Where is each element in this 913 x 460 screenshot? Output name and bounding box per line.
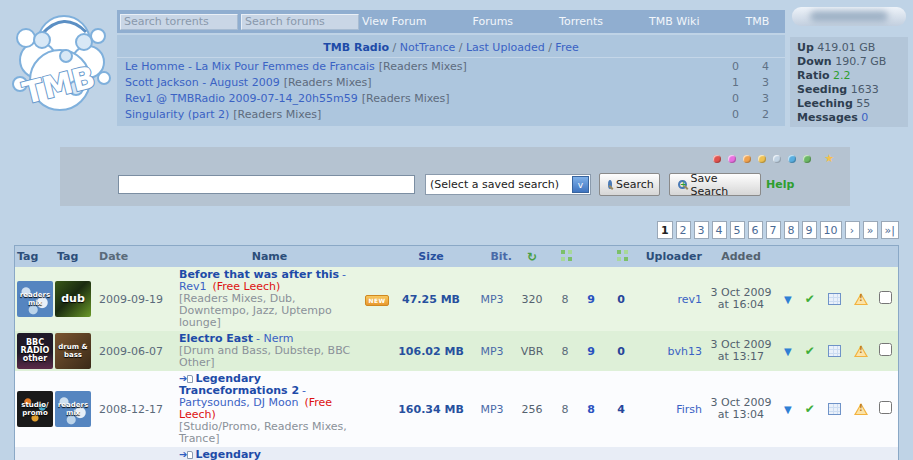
page-10[interactable]: 10 [820,221,842,239]
page-8[interactable]: 8 [784,221,799,239]
torrent-date: 2009-09-19 [95,293,175,306]
seeders-icon[interactable] [561,250,565,254]
page: TMB View Forum Forums Torrents TMB Wiki … [0,0,913,460]
torrent-size: 106.02 MB [390,345,472,358]
save-search-button[interactable]: Save Search [669,173,761,196]
page-1[interactable]: 1 [657,221,673,239]
direct-download-icon[interactable]: ➔ [179,449,193,460]
tag-image-bbc-radio-other[interactable]: BBC RADIO other [17,333,53,369]
nav-tmb[interactable]: TMB [745,15,769,28]
tag-image-readers-mix[interactable]: readers mix [17,281,53,317]
page-last[interactable]: »| [881,221,899,239]
radio-panel: TMB Radio / NotTrance / Last Uploaded / … [117,35,785,126]
nav-forums[interactable]: Forums [472,15,513,28]
breadcrumb-last-uploaded[interactable]: Last Uploaded [466,41,545,54]
row-checkbox[interactable] [879,401,892,414]
header-bitrate[interactable]: Bit. [472,250,512,263]
table-header: TagTag Date Name Size Bit. ↻ Uploader Ad… [15,246,898,267]
pagination: 1 2 3 4 5 6 7 8 9 10 › » »| [657,221,899,239]
table-row: readers mix dub 2009-09-19 Before that w… [15,267,898,331]
search-torrents-input[interactable] [120,14,238,30]
radio-track-count2: 3 [739,76,769,89]
leechers-icon[interactable] [617,250,621,254]
page-2[interactable]: 2 [676,221,691,239]
header-tag1[interactable]: Tag [17,250,55,263]
download-icon[interactable]: ▼ [784,294,792,305]
page-4[interactable]: 4 [712,221,727,239]
uploader-link[interactable]: bvh13 [668,345,702,358]
filter-dot-pale[interactable] [773,155,781,163]
header-tag2[interactable]: Tag [57,250,78,263]
download-icon[interactable]: ▼ [784,346,792,357]
radio-track-count2: 3 [739,92,769,105]
filter-dot-blue[interactable] [788,155,796,163]
search-forums-input[interactable] [241,14,359,30]
nav-tmb-wiki[interactable]: TMB Wiki [649,15,699,28]
radio-track-link[interactable]: Singularity (part 2) [125,108,229,121]
tag-image-studio-promo[interactable]: studio/ promo [17,391,53,427]
torrent-name-cell: Electro East- Nerm [Drum and Bass, Dubst… [175,331,364,371]
radio-track-row: Scott Jackson - August 2009 [Readers Mix… [117,74,785,90]
tag-image-readers-mix[interactable]: readers mix [55,391,91,427]
snatched-icon[interactable]: ↻ [527,250,537,264]
report-icon[interactable] [854,293,868,305]
filelist-icon[interactable] [828,293,841,305]
header-name[interactable]: Name [175,249,364,265]
filter-dot-pink[interactable] [728,155,736,163]
uploader-link[interactable]: Firsh [676,403,702,416]
uploader-link[interactable]: rev1 [677,293,702,306]
filelist-icon[interactable] [828,345,841,357]
download-icon[interactable]: ▼ [784,404,792,415]
report-icon[interactable] [854,403,868,415]
radio-track-category: [Readers Mixes] [284,76,372,89]
user-stats-panel: Up 419.01 GB Down 190.7 GB Ratio 2.2 See… [790,37,908,127]
search-keyword-input[interactable] [118,175,415,194]
site-logo[interactable]: TMB [4,0,118,130]
header-size[interactable]: Size [390,250,472,263]
page-9[interactable]: 9 [802,221,817,239]
breadcrumb-nottrance[interactable]: NotTrance [400,41,455,54]
stat-ratio: Ratio 2.2 [797,69,908,83]
torrent-seeders: 8 [578,403,604,416]
check-icon[interactable]: ✔ [805,344,815,358]
nav-torrents[interactable]: Torrents [559,15,603,28]
filter-dot-orange[interactable] [743,155,751,163]
header-uploader[interactable]: Uploader [638,250,702,263]
torrent-leechers: 0 [604,345,638,358]
page-next[interactable]: › [845,221,860,239]
filelist-icon[interactable] [828,403,841,415]
check-icon[interactable]: ✔ [805,402,815,416]
saved-search-select[interactable]: (Select a saved search) v [425,174,591,195]
filter-dot-green[interactable] [803,155,811,163]
torrent-date: 2008-12-17 [95,403,175,416]
breadcrumb-free[interactable]: Free [555,41,578,54]
bookmark-star-icon[interactable]: ★ [824,155,834,163]
radio-track-link[interactable]: Rev1 @ TMBRadio 2009-07-14_20h55m59 [125,92,358,105]
page-7[interactable]: 7 [766,221,781,239]
check-icon[interactable]: ✔ [805,292,815,306]
radio-track-link[interactable]: Scott Jackson - August 2009 [125,76,280,89]
search-button[interactable]: Search [599,173,660,196]
page-5[interactable]: 5 [730,221,745,239]
torrent-title-link[interactable]: Legendary Tranceformations 1 [179,448,299,460]
tag-image-drum-and-bass[interactable]: drum & bass [55,333,91,369]
nav-view-forum[interactable]: View Forum [362,15,426,28]
row-checkbox[interactable] [879,291,892,304]
page-6[interactable]: 6 [748,221,763,239]
help-link[interactable]: Help [766,178,794,191]
page-3[interactable]: 3 [694,221,709,239]
header-added[interactable]: Added [702,251,780,263]
torrent-title-link[interactable]: Legendary Tranceformations 2 [179,372,299,397]
radio-track-count2: 2 [739,108,769,121]
stat-messages[interactable]: Messages 0 [797,111,908,125]
report-icon[interactable] [854,345,868,357]
radio-track-link[interactable]: Le Homme - La Mix Pour Femmes de Francai… [125,60,375,73]
page-jump[interactable]: » [863,221,878,239]
tag-image-dub[interactable]: dub [55,281,91,317]
row-checkbox[interactable] [879,343,892,356]
username-redacted[interactable] [792,7,906,26]
filter-dot-red[interactable] [713,155,721,163]
chevron-down-icon[interactable]: v [572,176,589,193]
filter-dot-yellow[interactable] [758,155,766,163]
header-date[interactable]: Date [95,250,175,263]
